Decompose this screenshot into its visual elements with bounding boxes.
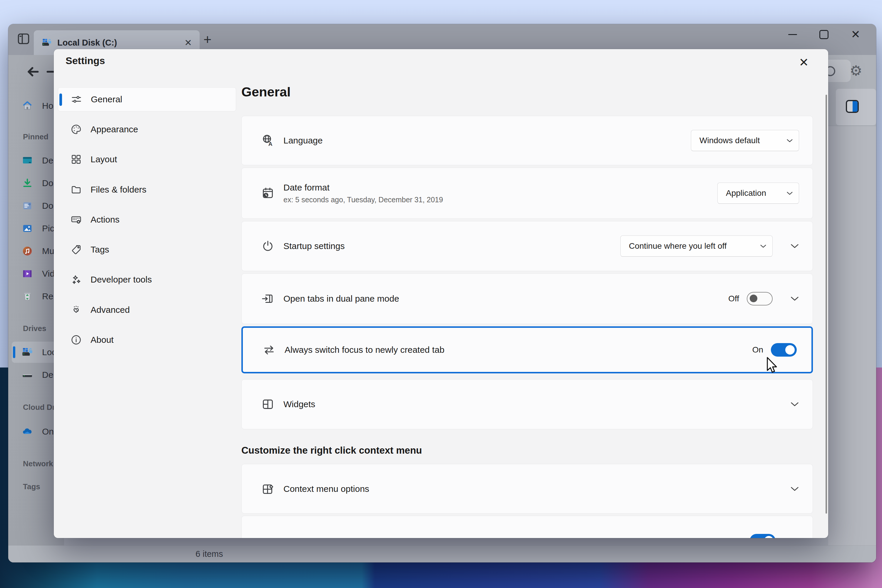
partial-toggle[interactable] <box>750 534 776 538</box>
setting-row-date-format: Date format ex: 5 seconds ago, Tuesday, … <box>242 168 813 219</box>
sidebar-item-label: Vid <box>42 269 55 279</box>
sidebar-item-label: De <box>42 156 53 165</box>
setting-row-language: A Language Windows default <box>242 116 813 165</box>
preview-pane-toggle-icon[interactable] <box>846 100 859 113</box>
sidebar-section-cloud-drives: Cloud Dr <box>23 403 55 412</box>
tab-title: Local Disk (C:) <box>57 38 117 48</box>
minimize-icon[interactable] <box>788 34 797 35</box>
pictures-icon <box>21 222 33 234</box>
dropdown-value: Windows default <box>699 136 760 145</box>
setting-label: Date format <box>284 183 443 193</box>
toggle-state-label: On <box>752 345 763 355</box>
toggle-state-label: Off <box>728 294 739 303</box>
settings-nav-general[interactable]: General <box>58 87 236 111</box>
nav-label: General <box>91 94 122 104</box>
sidebar-item-label: Ho <box>42 101 53 111</box>
settings-nav-layout[interactable]: Layout <box>58 147 236 171</box>
videos-icon <box>21 268 33 280</box>
chevron-down-icon <box>786 139 793 142</box>
focus-new-tab-toggle[interactable] <box>771 343 797 357</box>
setting-label: Widgets <box>284 399 315 409</box>
context-menu-icon <box>261 482 274 496</box>
info-icon <box>70 334 82 346</box>
drive-icon <box>21 369 33 381</box>
setting-label: Always switch focus to newly created tab <box>285 345 444 355</box>
desktop-icon <box>21 154 33 166</box>
language-dropdown[interactable]: Windows default <box>691 130 799 151</box>
tag-icon <box>70 244 82 255</box>
svg-text:A: A <box>268 141 273 147</box>
sidebar-item-label: Pic <box>42 224 54 233</box>
nav-label: Tags <box>90 244 109 255</box>
setting-row-startup: Startup settings Continue where you left… <box>242 221 813 271</box>
sidebar-section-drives: Drives <box>23 324 46 333</box>
setting-row-context-menu: Context menu options <box>242 464 813 514</box>
dialog-close-button[interactable]: ✕ <box>794 52 813 72</box>
dual-pane-toggle[interactable] <box>747 292 772 306</box>
toggle-sidebar-icon[interactable] <box>16 31 31 46</box>
sparkles-icon <box>70 274 82 285</box>
folder-icon <box>70 184 82 195</box>
sidebar-section-tags[interactable]: Tags <box>23 482 40 491</box>
tab-close-icon[interactable]: ✕ <box>184 38 192 47</box>
sidebar-section-network[interactable]: Network <box>23 459 53 468</box>
chevron-down-icon <box>786 191 793 195</box>
power-icon <box>261 239 274 253</box>
sidebar-section-pinned: Pinned <box>23 132 48 141</box>
advanced-icon <box>70 304 82 316</box>
settings-nav-actions[interactable]: Actions <box>58 208 236 232</box>
setting-row-widgets: Widgets <box>242 379 813 429</box>
dropdown-value: Application <box>726 189 766 198</box>
sidebar-item-label: On <box>42 427 54 436</box>
sidebar-item-label: Re <box>42 291 53 302</box>
toolbar-divider <box>828 126 876 126</box>
nav-label: Appearance <box>90 124 138 134</box>
layout-grid-icon <box>70 153 82 165</box>
explorer-content-area <box>828 55 876 545</box>
statusbar: 6 items <box>8 545 876 562</box>
settings-nav-about[interactable]: About <box>58 328 236 352</box>
sidebar-item-label: Do <box>42 201 53 211</box>
new-tab-icon[interactable]: + <box>204 32 212 46</box>
back-icon[interactable] <box>27 66 39 78</box>
maximize-icon[interactable] <box>819 30 828 39</box>
expand-chevron-icon[interactable] <box>790 402 799 407</box>
setting-row-partial <box>242 516 813 538</box>
widgets-icon <box>261 398 274 411</box>
onedrive-icon <box>21 426 33 438</box>
setting-label: Startup settings <box>284 241 345 251</box>
nav-selection-indicator <box>59 93 62 106</box>
nav-label: Files & folders <box>90 184 146 195</box>
settings-nav-files-folders[interactable]: Files & folders <box>58 178 236 202</box>
expand-chevron-icon[interactable] <box>790 486 799 492</box>
setting-label: Language <box>284 135 322 146</box>
screen: Local Disk (C:) ✕ + ✕ Ho Pinned <box>0 0 882 588</box>
dropdown-value: Continue where you left off <box>629 242 727 251</box>
nav-label: Advanced <box>90 305 130 315</box>
expand-chevron-icon[interactable] <box>790 296 799 302</box>
date-format-dropdown[interactable]: Application <box>717 183 799 204</box>
nav-label: Developer tools <box>90 274 152 285</box>
settings-nav-appearance[interactable]: Appearance <box>58 117 236 141</box>
nav-label: Actions <box>90 214 119 225</box>
setting-row-dual-pane: Open tabs in dual pane mode Off <box>242 273 813 324</box>
settings-nav-advanced[interactable]: Advanced <box>58 298 236 322</box>
settings-dialog: Settings ✕ General Appearance Layou <box>54 49 828 538</box>
setting-label: Context menu options <box>284 484 369 494</box>
startup-dropdown[interactable]: Continue where you left off <box>620 236 772 256</box>
expand-chevron-icon[interactable] <box>790 243 799 249</box>
sidebar-item-label: Mu <box>42 246 54 256</box>
page-heading: General <box>242 84 291 100</box>
window-close-icon[interactable]: ✕ <box>851 29 860 40</box>
nav-label: Layout <box>90 154 117 164</box>
dialog-title: Settings <box>66 55 105 66</box>
settings-nav-tags[interactable]: Tags <box>58 237 236 262</box>
drive-icon <box>42 38 52 48</box>
dialog-scrollbar[interactable] <box>825 94 827 514</box>
setting-example: ex: 5 seconds ago, Tuesday, December 31,… <box>284 195 443 204</box>
keyboard-gear-icon <box>70 214 82 225</box>
home-icon <box>21 100 33 112</box>
language-icon: A <box>261 134 274 147</box>
settings-nav-developer-tools[interactable]: Developer tools <box>58 267 236 292</box>
gear-icon[interactable]: ⚙ <box>850 62 862 79</box>
